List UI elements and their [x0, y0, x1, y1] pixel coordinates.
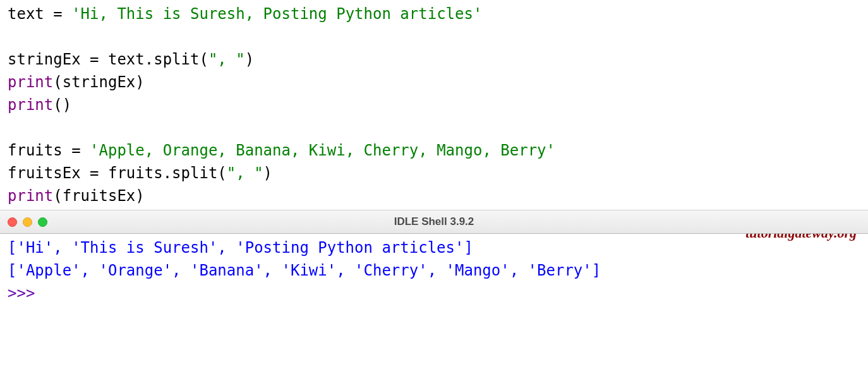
code-editor-pane[interactable]: text = 'Hi, This is Suresh, Posting Pyth… — [0, 0, 868, 210]
operator: = — [44, 5, 71, 23]
paren: ) — [135, 73, 144, 91]
operator: = — [81, 164, 108, 182]
close-icon[interactable] — [8, 217, 17, 227]
operator: = — [81, 51, 108, 68]
shell-output-line: ['Hi', 'This is Suresh', 'Posting Python… — [8, 236, 860, 259]
paren: ( — [53, 73, 62, 91]
code-line: fruitsEx = fruits.split(", ") — [8, 162, 860, 185]
code-line: print(fruitsEx) — [8, 185, 860, 207]
shell-prompt[interactable]: >>> — [8, 282, 860, 305]
string-literal: ", " — [208, 51, 245, 68]
paren: ) — [245, 51, 254, 68]
builtin-fn: print — [8, 96, 53, 114]
paren: () — [53, 96, 71, 114]
code-line: print() — [8, 94, 860, 116]
method-call: fruits.split( — [108, 164, 227, 182]
shell-output-line: ['Apple', 'Orange', 'Banana', 'Kiwi', 'C… — [8, 259, 860, 282]
code-line: stringEx = text.split(", ") — [8, 48, 860, 71]
paren: ) — [135, 187, 144, 205]
variable-name: stringEx — [8, 51, 81, 68]
window-titlebar[interactable]: IDLE Shell 3.9.2 — [0, 210, 868, 234]
string-literal: 'Hi, This is Suresh, Posting Python arti… — [71, 5, 482, 23]
code-line: print(stringEx) — [8, 71, 860, 94]
maximize-icon[interactable] — [38, 217, 47, 227]
window-controls — [8, 217, 47, 227]
shell-output-pane[interactable]: ['Hi', 'This is Suresh', 'Posting Python… — [0, 234, 868, 307]
code-line: text = 'Hi, This is Suresh, Posting Pyth… — [8, 3, 860, 25]
variable-name: fruits — [8, 142, 63, 159]
argument: fruitsEx — [63, 187, 136, 205]
builtin-fn: print — [8, 187, 53, 205]
builtin-fn: print — [8, 73, 53, 91]
method-call: text.split( — [108, 51, 208, 68]
minimize-icon[interactable] — [23, 217, 32, 227]
operator: = — [63, 142, 90, 159]
blank-line — [8, 25, 860, 48]
paren: ) — [263, 164, 272, 182]
window-title: IDLE Shell 3.9.2 — [394, 215, 474, 228]
variable-name: fruitsEx — [8, 164, 81, 182]
string-literal: ", " — [227, 164, 263, 182]
variable-name: text — [8, 5, 44, 23]
string-literal: 'Apple, Orange, Banana, Kiwi, Cherry, Ma… — [90, 142, 555, 159]
blank-line — [8, 116, 860, 139]
code-line: fruits = 'Apple, Orange, Banana, Kiwi, C… — [8, 139, 860, 162]
paren: ( — [53, 187, 62, 205]
argument: stringEx — [63, 73, 136, 91]
